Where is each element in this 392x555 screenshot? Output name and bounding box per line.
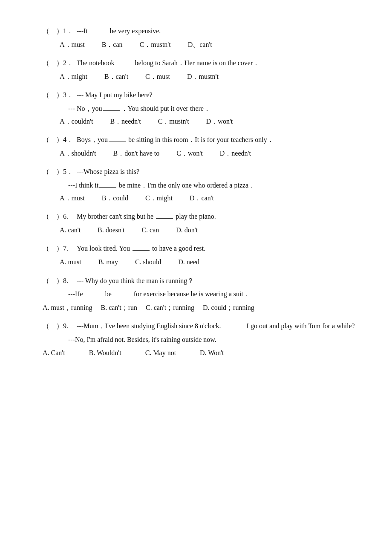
q2-optD: D．mustn't: [187, 71, 219, 82]
q2-optC: C．must: [145, 71, 170, 82]
q4-optD: D．needn't: [220, 148, 251, 159]
q3-optB: B．needn't: [110, 116, 141, 127]
q4-line: （ ）4． Boys，you be sitting in this room．I…: [43, 134, 358, 145]
q4-options: A．shouldn't B．don't have to C．won't D．ne…: [60, 148, 358, 159]
q5-text: ---Whose pizza is this?: [77, 166, 139, 177]
q7-text: You look tired. You to have a good rest.: [77, 243, 205, 254]
question-6: （ ）6. My brother can't sing but he play …: [43, 211, 358, 235]
q9-text: ---Mum，I've been studying English since …: [77, 321, 355, 332]
q7-options: A. must B. may C. should D. need: [60, 257, 358, 268]
q9-optC: C. May not: [145, 349, 176, 356]
q8-text: --- Why do you think the man is running？: [77, 275, 194, 286]
q3-optD: D．won't: [206, 116, 233, 127]
q7-optD: D. need: [178, 257, 199, 268]
q7-optA: A. must: [60, 257, 81, 268]
q6-line: （ ）6. My brother can't sing but he play …: [43, 211, 358, 222]
q9-optD: D. Won't: [200, 349, 224, 356]
q5-optC: C．might: [145, 193, 173, 204]
q6-optB: B. doesn't: [98, 225, 124, 236]
question-7: （ ）7. You look tired. You to have a good…: [43, 243, 358, 267]
q6-text: My brother can't sing but he play the pi…: [77, 211, 216, 222]
q3-options: A．couldn't B．needn't C．mustn't D．won't: [60, 116, 358, 127]
q8-dialog2: ---He be for exercise because he is wear…: [68, 289, 358, 300]
q8-optB: B. can't；run: [101, 304, 137, 311]
q5-line: （ ）5． ---Whose pizza is this?: [43, 166, 358, 177]
q2-text: The notebook belong to Sarah．Her name is…: [77, 58, 259, 69]
q3-dialog2: --- No，you．You should put it over there．: [68, 103, 358, 114]
q1-optC: C．mustn't: [140, 39, 171, 50]
q8-options: A. must，running B. can't；run C. can't；ru…: [43, 302, 358, 313]
q7-line: （ ）7. You look tired. You to have a good…: [43, 243, 358, 254]
q3-paren: （ ）3．: [43, 90, 77, 101]
q9-optA: A. Can't: [43, 349, 65, 356]
question-3: （ ）3． --- May I put my bike here? --- No…: [43, 90, 358, 127]
q5-optD: D．can't: [190, 193, 214, 204]
q1-optB: B．can: [102, 39, 123, 50]
q1-text: ---It be very expensive.: [77, 26, 161, 37]
worksheet: （ ）1． ---It be very expensive. A．must B．…: [43, 26, 358, 358]
q2-paren: （ ）2．: [43, 58, 77, 69]
q7-optC: C. should: [135, 257, 161, 268]
q6-options: A. can't B. doesn't C. can D. don't: [60, 225, 358, 236]
q1-optA: A．must: [60, 39, 85, 50]
question-5: （ ）5． ---Whose pizza is this? ---I think…: [43, 166, 358, 203]
q6-optA: A. can't: [60, 225, 81, 236]
question-2: （ ）2． The notebook belong to Sarah．Her n…: [43, 58, 358, 82]
q1-optD: D、can't: [188, 39, 212, 50]
q3-optC: C．mustn't: [158, 116, 189, 127]
question-8: （ ）8. --- Why do you think the man is ru…: [43, 275, 358, 313]
q8-optA: A. must，running: [43, 304, 92, 311]
q3-optA: A．couldn't: [60, 116, 93, 127]
q4-optC: C．won't: [176, 148, 203, 159]
q1-line: （ ）1． ---It be very expensive.: [43, 26, 358, 37]
q2-line: （ ）2． The notebook belong to Sarah．Her n…: [43, 58, 358, 69]
q4-optA: A．shouldn't: [60, 148, 96, 159]
q6-optC: C. can: [141, 225, 159, 236]
q2-optB: B．can't: [104, 71, 128, 82]
q6-optD: D. don't: [176, 225, 198, 236]
q4-text: Boys，you be sitting in this room．It is f…: [77, 134, 274, 145]
q9-dialog2: ---No, I'm afraid not. Besides, it's rai…: [68, 334, 358, 345]
q1-paren: （ ）1．: [43, 26, 77, 37]
q8-optC: C. can't；running: [146, 304, 194, 311]
q2-optA: A．might: [60, 71, 87, 82]
q4-paren: （ ）4．: [43, 134, 77, 145]
q5-paren: （ ）5．: [43, 166, 77, 177]
q5-options: A．must B．could C．might D．can't: [60, 193, 358, 204]
q7-optB: B. may: [98, 257, 118, 268]
question-1: （ ）1． ---It be very expensive. A．must B．…: [43, 26, 358, 50]
q4-optB: B．don't have to: [113, 148, 160, 159]
q7-paren: （ ）7.: [43, 243, 77, 254]
question-4: （ ）4． Boys，you be sitting in this room．I…: [43, 134, 358, 159]
q1-options: A．must B．can C．mustn't D、can't: [60, 39, 358, 50]
q5-optA: A．must: [60, 193, 85, 204]
q2-options: A．might B．can't C．must D．mustn't: [60, 71, 358, 82]
q8-paren: （ ）8.: [43, 275, 77, 286]
q9-optB: B. Wouldn't: [89, 349, 121, 356]
q6-paren: （ ）6.: [43, 211, 77, 222]
q9-options: A. Can't B. Wouldn't C. May not D. Won't: [43, 347, 358, 358]
q3-text: --- May I put my bike here?: [77, 90, 153, 101]
question-9: （ ）9. ---Mum，I've been studying English …: [43, 321, 358, 358]
q5-dialog2: ---I think it be mine．I'm the only one w…: [68, 180, 358, 191]
q9-paren: （ ）9.: [43, 321, 77, 332]
q3-line: （ ）3． --- May I put my bike here?: [43, 90, 358, 101]
q9-line: （ ）9. ---Mum，I've been studying English …: [43, 321, 358, 332]
q5-optB: B．could: [102, 193, 128, 204]
q8-optD: D. could；running: [203, 304, 254, 311]
q8-line: （ ）8. --- Why do you think the man is ru…: [43, 275, 358, 286]
